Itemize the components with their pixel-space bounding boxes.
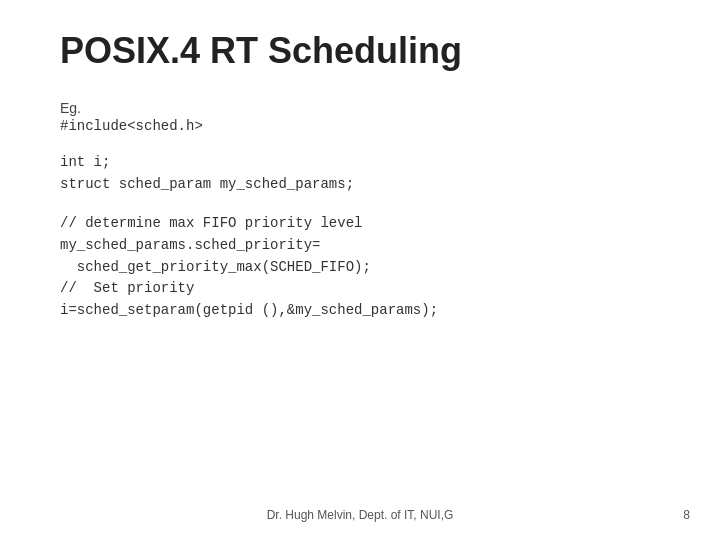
- code-line: my_sched_params.sched_priority=: [60, 235, 660, 257]
- code-block-2: // determine max FIFO priority level my_…: [60, 213, 660, 321]
- slide-title: POSIX.4 RT Scheduling: [60, 30, 660, 72]
- eg-label: Eg.: [60, 100, 660, 116]
- page-number: 8: [683, 508, 690, 522]
- footer-text: Dr. Hugh Melvin, Dept. of IT, NUI,G: [0, 508, 720, 522]
- code-block-1: int i; struct sched_param my_sched_param…: [60, 152, 660, 195]
- include-line: #include<sched.h>: [60, 118, 660, 134]
- code-line: sched_get_priority_max(SCHED_FIFO);: [60, 257, 660, 279]
- code-line: // Set priority: [60, 278, 660, 300]
- code-line: int i;: [60, 152, 660, 174]
- code-line: i=sched_setparam(getpid (),&my_sched_par…: [60, 300, 660, 322]
- slide: POSIX.4 RT Scheduling Eg. #include<sched…: [0, 0, 720, 540]
- code-line: // determine max FIFO priority level: [60, 213, 660, 235]
- code-line: struct sched_param my_sched_params;: [60, 174, 660, 196]
